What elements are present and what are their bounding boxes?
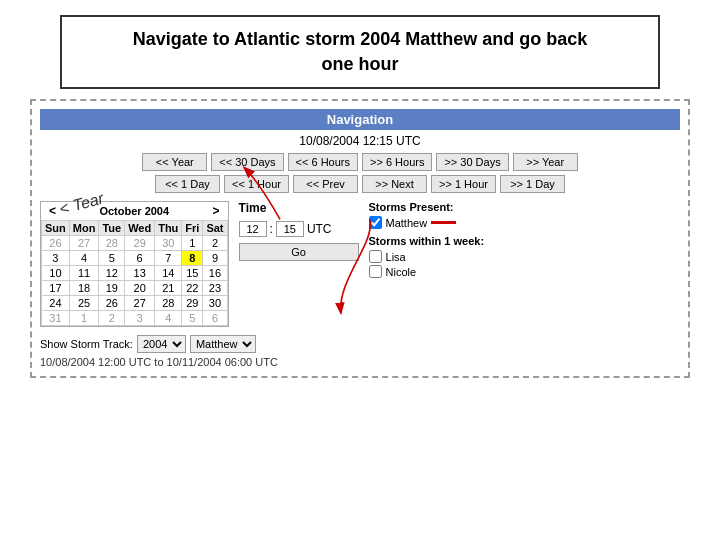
btn-next-6hours[interactable]: >> 6 Hours bbox=[362, 153, 432, 171]
calendar-week-row: 24252627282930 bbox=[42, 296, 228, 311]
storm-lisa: Lisa bbox=[369, 250, 529, 263]
calendar-day[interactable]: 30 bbox=[155, 236, 182, 251]
day-header-sat: Sat bbox=[203, 221, 227, 236]
btn-prev-1hour[interactable]: << 1 Hour bbox=[224, 175, 289, 193]
day-header-tue: Tue bbox=[99, 221, 125, 236]
nav-buttons-row1: << Year << 30 Days << 6 Hours >> 6 Hours… bbox=[40, 153, 680, 171]
calendar-day[interactable]: 14 bbox=[155, 266, 182, 281]
calendar-day[interactable]: 6 bbox=[203, 311, 227, 326]
time-hour-input[interactable] bbox=[239, 221, 267, 237]
storm-nicole-checkbox[interactable] bbox=[369, 265, 382, 278]
calendar-day[interactable]: 7 bbox=[155, 251, 182, 266]
calendar-day[interactable]: 12 bbox=[99, 266, 125, 281]
calendar-day[interactable]: 28 bbox=[155, 296, 182, 311]
time-minute-input[interactable] bbox=[276, 221, 304, 237]
calendar-day[interactable]: 11 bbox=[69, 266, 99, 281]
calendar-day[interactable]: 25 bbox=[69, 296, 99, 311]
storm-track-name-select[interactable]: Matthew bbox=[190, 335, 256, 353]
date-range-display: 10/08/2004 12:00 UTC to 10/11/2004 06:00… bbox=[40, 356, 680, 368]
storm-track-row: Show Storm Track: 2004 Matthew bbox=[40, 335, 680, 353]
cal-next-button[interactable]: > bbox=[209, 204, 224, 218]
calendar-day[interactable]: 9 bbox=[203, 251, 227, 266]
calendar-day[interactable]: 20 bbox=[125, 281, 155, 296]
time-label: Time bbox=[239, 201, 359, 215]
calendar-day[interactable]: 26 bbox=[99, 296, 125, 311]
calendar-day[interactable]: 23 bbox=[203, 281, 227, 296]
storm-lisa-name: Lisa bbox=[386, 251, 406, 263]
calendar-day[interactable]: 3 bbox=[42, 251, 70, 266]
calendar-day[interactable]: 2 bbox=[99, 311, 125, 326]
calendar-day[interactable]: 8 bbox=[182, 251, 203, 266]
calendar-day[interactable]: 13 bbox=[125, 266, 155, 281]
calendar-week-row: 17181920212223 bbox=[42, 281, 228, 296]
time-section: Time : UTC Go bbox=[239, 201, 359, 261]
storm-matthew: Matthew bbox=[369, 216, 529, 229]
main-panel: Navigation 10/08/2004 12:15 UTC << Year … bbox=[30, 99, 690, 378]
calendar-week-row: 262728293012 bbox=[42, 236, 228, 251]
day-header-mon: Mon bbox=[69, 221, 99, 236]
calendar-day[interactable]: 27 bbox=[69, 236, 99, 251]
calendar-day[interactable]: 2 bbox=[203, 236, 227, 251]
storms-week-label: Storms within 1 week: bbox=[369, 235, 529, 247]
storms-present-label: Storms Present: bbox=[369, 201, 529, 213]
calendar-day[interactable]: 18 bbox=[69, 281, 99, 296]
calendar-day[interactable]: 1 bbox=[182, 236, 203, 251]
calendar-day[interactable]: 29 bbox=[125, 236, 155, 251]
btn-prev-6hours[interactable]: << 6 Hours bbox=[288, 153, 358, 171]
nav-buttons-row2: << 1 Day << 1 Hour << Prev >> Next >> 1 … bbox=[40, 175, 680, 193]
bottom-row: Show Storm Track: 2004 Matthew 10/08/200… bbox=[40, 335, 680, 368]
time-colon: : bbox=[270, 222, 273, 236]
calendar-day[interactable]: 5 bbox=[99, 251, 125, 266]
calendar-day[interactable]: 30 bbox=[203, 296, 227, 311]
content-area: < October 2004 > Sun Mon Tue Wed Thu Fri… bbox=[40, 201, 680, 327]
calendar-day[interactable]: 26 bbox=[42, 236, 70, 251]
day-header-wed: Wed bbox=[125, 221, 155, 236]
calendar-day[interactable]: 21 bbox=[155, 281, 182, 296]
calendar-day[interactable]: 29 bbox=[182, 296, 203, 311]
calendar-day[interactable]: 4 bbox=[155, 311, 182, 326]
calendar-day[interactable]: 1 bbox=[69, 311, 99, 326]
calendar-day[interactable]: 28 bbox=[99, 236, 125, 251]
calendar-day[interactable]: 19 bbox=[99, 281, 125, 296]
cal-prev-button[interactable]: < bbox=[45, 204, 60, 218]
calendar-day[interactable]: 17 bbox=[42, 281, 70, 296]
calendar-day[interactable]: 22 bbox=[182, 281, 203, 296]
calendar-day[interactable]: 31 bbox=[42, 311, 70, 326]
storm-track-label: Show Storm Track: bbox=[40, 338, 133, 350]
calendar-day[interactable]: 10 bbox=[42, 266, 70, 281]
calendar-day[interactable]: 3 bbox=[125, 311, 155, 326]
calendar-day[interactable]: 6 bbox=[125, 251, 155, 266]
calendar-day[interactable]: 16 bbox=[203, 266, 227, 281]
time-input-row: : UTC bbox=[239, 221, 359, 237]
storm-lisa-checkbox[interactable] bbox=[369, 250, 382, 263]
storm-track-year-select[interactable]: 2004 bbox=[137, 335, 186, 353]
calendar-day[interactable]: 15 bbox=[182, 266, 203, 281]
storm-nicole-name: Nicole bbox=[386, 266, 417, 278]
btn-prev[interactable]: << Prev bbox=[293, 175, 358, 193]
datetime-display: 10/08/2004 12:15 UTC bbox=[40, 134, 680, 148]
day-header-fri: Fri bbox=[182, 221, 203, 236]
day-header-thu: Thu bbox=[155, 221, 182, 236]
day-header-sun: Sun bbox=[42, 221, 70, 236]
calendar-widget: < October 2004 > Sun Mon Tue Wed Thu Fri… bbox=[40, 201, 229, 327]
nav-header: Navigation bbox=[40, 109, 680, 130]
btn-next-30days[interactable]: >> 30 Days bbox=[436, 153, 508, 171]
btn-prev-1day[interactable]: << 1 Day bbox=[155, 175, 220, 193]
storm-matthew-name: Matthew bbox=[386, 217, 428, 229]
calendar-day[interactable]: 24 bbox=[42, 296, 70, 311]
instruction-title: Navigate to Atlantic storm 2004 Matthew … bbox=[60, 15, 660, 89]
btn-next-1day[interactable]: >> 1 Day bbox=[500, 175, 565, 193]
calendar-day[interactable]: 27 bbox=[125, 296, 155, 311]
calendar-days-header: Sun Mon Tue Wed Thu Fri Sat bbox=[42, 221, 228, 236]
btn-prev-30days[interactable]: << 30 Days bbox=[211, 153, 283, 171]
btn-next-year[interactable]: >> Year bbox=[513, 153, 578, 171]
btn-next[interactable]: >> Next bbox=[362, 175, 427, 193]
storm-matthew-color bbox=[431, 221, 456, 224]
go-button[interactable]: Go bbox=[239, 243, 359, 261]
calendar-day[interactable]: 4 bbox=[69, 251, 99, 266]
btn-next-1hour[interactable]: >> 1 Hour bbox=[431, 175, 496, 193]
storm-matthew-checkbox[interactable] bbox=[369, 216, 382, 229]
btn-prev-year[interactable]: << Year bbox=[142, 153, 207, 171]
calendar-week-row: 10111213141516 bbox=[42, 266, 228, 281]
calendar-day[interactable]: 5 bbox=[182, 311, 203, 326]
